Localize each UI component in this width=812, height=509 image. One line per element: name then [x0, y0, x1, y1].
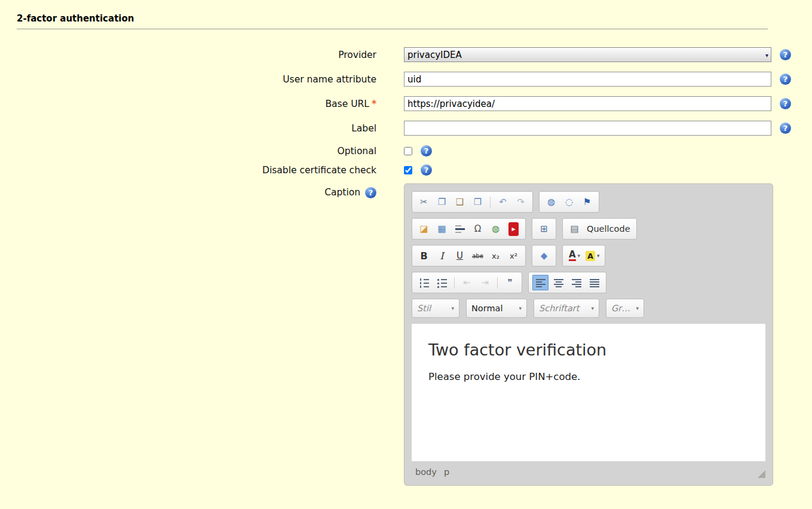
required-marker: *	[372, 99, 376, 109]
username-attribute-label: User name attribute	[0, 74, 376, 85]
header-divider	[17, 29, 768, 29]
optional-row: Optional ?	[0, 145, 812, 157]
editor-content[interactable]: Two factor verification Please provide y…	[412, 324, 765, 461]
resize-handle-icon[interactable]	[758, 470, 765, 478]
link-icon[interactable]: ◍	[543, 194, 559, 210]
align-left-icon[interactable]	[532, 275, 549, 290]
source-button-label[interactable]: Quellcode	[584, 224, 633, 234]
size-combo[interactable]: Gr…▾	[606, 299, 644, 318]
iframe-globe-icon[interactable]: ◍	[488, 221, 504, 237]
bold-icon[interactable]: B	[416, 248, 432, 263]
align-center-icon[interactable]	[550, 275, 566, 290]
base-url-label: Base URL	[325, 99, 369, 109]
toolbar-group: ◆	[532, 245, 556, 266]
label-input[interactable]	[404, 121, 771, 136]
toolbar-group: ▤Quellcode	[562, 218, 637, 240]
toolbar-group: ⇤⇥❞	[412, 272, 522, 293]
help-icon-username-attribute[interactable]: ?	[780, 73, 791, 85]
paste-from-word-icon[interactable]: ❒	[470, 194, 486, 210]
username-attribute-input[interactable]	[404, 72, 771, 87]
italic-icon[interactable]: I	[434, 248, 450, 263]
outdent-icon: ⇤	[459, 275, 475, 290]
toolbar-group: ◍◌⚑	[539, 191, 599, 213]
table-icon[interactable]: ▦	[434, 221, 450, 237]
base-url-input[interactable]	[404, 96, 771, 111]
username-attribute-row: User name attribute ?	[0, 72, 812, 87]
toolbar-group: ✂❐❑❒↶↷	[412, 191, 533, 213]
element-path-item[interactable]: p	[444, 467, 449, 477]
align-justify-icon[interactable]	[586, 275, 602, 290]
help-icon-label[interactable]: ?	[780, 122, 791, 134]
provider-row: Provider privacyIDEA ?	[0, 47, 812, 62]
image-icon[interactable]: ◪	[416, 221, 432, 237]
disable-cert-label: Disable certificate check	[0, 165, 376, 176]
toolbar-separator	[490, 197, 491, 208]
caption-label: Caption	[324, 187, 360, 198]
bulleted-list-icon[interactable]	[434, 275, 450, 290]
page-title: 2-factor authentication	[0, 0, 812, 24]
help-icon-caption[interactable]: ?	[365, 187, 376, 198]
label-row: Label ?	[0, 121, 812, 136]
numbered-list-icon[interactable]	[416, 275, 432, 290]
toolbar-group: ◪▦Ω◍▶	[412, 218, 526, 240]
element-path-item[interactable]: body	[415, 467, 437, 477]
special-character-icon[interactable]: Ω	[470, 221, 486, 237]
horizontal-rule-icon[interactable]	[452, 221, 468, 237]
redo-icon[interactable]: ↷	[513, 194, 529, 210]
disable-cert-row: Disable certificate check ?	[0, 164, 812, 176]
remove-format-icon[interactable]: ◆	[536, 248, 552, 263]
font-combo[interactable]: Schriftart▾	[534, 299, 599, 318]
undo-icon[interactable]: ↶	[495, 194, 511, 210]
strikethrough-icon[interactable]: abe	[470, 248, 486, 263]
help-icon-provider[interactable]: ?	[780, 49, 791, 60]
help-icon-optional[interactable]: ?	[421, 145, 432, 157]
two-factor-settings-page: 2-factor authentication Provider privacy…	[0, 0, 812, 509]
underline-icon[interactable]: U	[452, 248, 468, 263]
copy-icon[interactable]: ❐	[434, 194, 450, 210]
caption-rich-text-editor: ✂❐❑❒↶↷◍◌⚑◪▦Ω◍▶⊞▤QuellcodeBIUabex₂x²◆A▾A▾…	[404, 183, 773, 486]
optional-checkbox[interactable]	[404, 147, 412, 155]
editor-statusbar: bodyp	[412, 461, 765, 478]
text-color-icon[interactable]: A▾	[566, 248, 583, 263]
editor-toolbar: ✂❐❑❒↶↷◍◌⚑◪▦Ω◍▶⊞▤QuellcodeBIUabex₂x²◆A▾A▾…	[412, 191, 765, 293]
indent-icon: ⇥	[477, 275, 493, 290]
provider-select-wrap: privacyIDEA	[404, 47, 771, 62]
caption-row: Caption? ✂❐❑❒↶↷◍◌⚑◪▦Ω◍▶⊞▤QuellcodeBIUabe…	[0, 183, 812, 486]
cut-icon[interactable]: ✂	[416, 194, 432, 210]
editor-content-heading: Two factor verification	[428, 341, 749, 359]
video-icon[interactable]: ▶	[505, 221, 522, 237]
unlink-icon[interactable]: ◌	[561, 194, 577, 210]
optional-label: Optional	[0, 146, 376, 157]
source-icon[interactable]: ▤	[566, 221, 583, 237]
subscript-icon[interactable]: x₂	[488, 248, 504, 263]
align-right-icon[interactable]	[568, 275, 584, 290]
element-path: bodyp	[415, 467, 449, 477]
paste-icon[interactable]: ❑	[452, 194, 468, 210]
format-combo[interactable]: Normal▾	[466, 299, 527, 318]
base-url-row: Base URL* ?	[0, 96, 812, 111]
editor-combo-row: Stil▾Normal▾Schriftart▾Gr…▾	[412, 299, 765, 318]
disable-cert-checkbox[interactable]	[404, 166, 412, 174]
toolbar-separator	[454, 277, 455, 289]
toolbar-group	[528, 272, 606, 293]
toolbar-group: A▾A▾	[562, 245, 605, 266]
toolbar-group: BIUabex₂x²	[412, 245, 526, 266]
toolbar-separator	[497, 277, 498, 289]
provider-label: Provider	[0, 50, 376, 60]
editor-content-paragraph: Please provide your PIN+code.	[428, 371, 749, 382]
styles-combo[interactable]: Stil▾	[412, 299, 459, 318]
background-color-icon[interactable]: A▾	[584, 248, 601, 263]
maximize-icon[interactable]: ⊞	[536, 221, 552, 237]
blockquote-icon[interactable]: ❞	[502, 275, 518, 290]
help-icon-disable-cert[interactable]: ?	[421, 164, 432, 176]
anchor-flag-icon[interactable]: ⚑	[579, 194, 595, 210]
superscript-icon[interactable]: x²	[505, 248, 522, 263]
help-icon-base-url[interactable]: ?	[780, 98, 791, 109]
two-factor-form: Provider privacyIDEA ? User name attribu…	[0, 47, 812, 486]
label-field-label: Label	[0, 123, 376, 134]
provider-select[interactable]: privacyIDEA	[404, 47, 771, 62]
toolbar-group: ⊞	[532, 218, 556, 240]
